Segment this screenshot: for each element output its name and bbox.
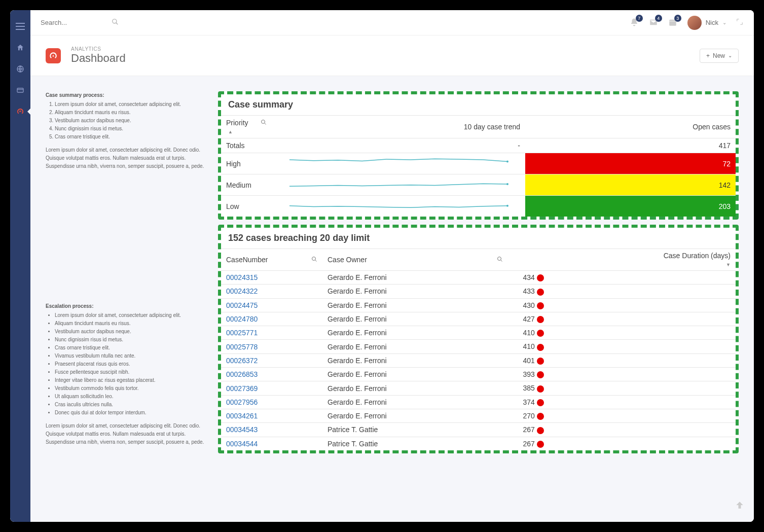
card-icon xyxy=(16,86,24,94)
list-item: Vivamus vestibulum ntulla nec ante. xyxy=(55,352,208,360)
list-item: Integer vitae libero ac risus egestas pl… xyxy=(55,376,208,384)
col-open[interactable]: Open cases xyxy=(525,116,736,138)
breaching-title: 152 cases breaching 20 day limit xyxy=(221,228,736,249)
sparkline xyxy=(277,178,520,191)
case-summary-process: Case summary process: Lorem ipsum dolor … xyxy=(46,91,208,170)
svg-point-9 xyxy=(497,257,501,261)
owner-cell: Patrice T. Gattie xyxy=(322,423,518,437)
case-link[interactable]: 00025778 xyxy=(226,343,258,351)
chevron-down-icon: ⌄ xyxy=(728,53,732,58)
search-icon[interactable] xyxy=(261,119,267,127)
topbar: 7 4 3 Nick ⌄ xyxy=(30,10,754,36)
duration-cell: 427 xyxy=(518,312,736,326)
breaching-widget: 152 cases breaching 20 day limit CaseNum… xyxy=(218,225,739,453)
totals-label: Totals xyxy=(221,138,272,153)
search-icon[interactable] xyxy=(497,256,503,264)
duration-cell: 401 xyxy=(518,353,736,367)
col-priority[interactable]: Priority ▲ xyxy=(221,116,272,138)
search-input[interactable] xyxy=(41,19,81,26)
case-link[interactable]: 00024780 xyxy=(226,315,258,323)
case-link[interactable]: 00034261 xyxy=(226,412,258,420)
bell-badge: 7 xyxy=(636,15,643,22)
case-number-cell: 00026372 xyxy=(221,353,322,367)
list-item: Cras ornare tristique elit. xyxy=(55,344,208,352)
chevron-down-icon: ⌄ xyxy=(722,20,726,25)
case-link[interactable]: 00027369 xyxy=(226,384,258,393)
scroll-top-button[interactable] xyxy=(735,500,745,513)
duration-cell: 433 xyxy=(518,285,736,298)
duration-cell: 385 xyxy=(518,381,736,395)
case-link[interactable]: 00024315 xyxy=(226,273,258,281)
menu-toggle[interactable] xyxy=(14,20,26,32)
list-item: Nunc dignissim risus id metus. xyxy=(55,336,208,344)
notification-calendar[interactable]: 3 xyxy=(668,18,678,28)
col-owner[interactable]: Case Owner xyxy=(322,249,518,271)
user-name: Nick xyxy=(706,19,718,26)
status-dot xyxy=(537,385,544,393)
sidebar-item-globe[interactable] xyxy=(14,63,26,75)
owner-cell: Gerardo E. Ferroni xyxy=(322,298,518,312)
sidebar-item-dashboard[interactable] xyxy=(14,105,26,118)
plus-icon: + xyxy=(706,52,710,59)
sort-desc-icon: ▼ xyxy=(726,262,731,267)
search-icon[interactable] xyxy=(311,256,317,264)
list-item: Ut aliquam sollicitudin leo. xyxy=(55,393,208,401)
case-number-cell: 00025778 xyxy=(221,340,322,353)
owner-cell: Gerardo E. Ferroni xyxy=(322,353,518,367)
list-item: Aliquam tincidunt mauris eu risus. xyxy=(55,320,208,328)
status-dot xyxy=(537,289,544,296)
case-link[interactable]: 00025771 xyxy=(226,329,258,337)
case-link[interactable]: 00026853 xyxy=(226,370,258,378)
user-menu[interactable]: Nick ⌄ xyxy=(687,16,726,30)
gauge-icon xyxy=(16,108,24,116)
notification-bell[interactable]: 7 xyxy=(630,18,640,28)
priority-cell: Medium xyxy=(221,174,272,196)
sidebar-item-home[interactable] xyxy=(14,42,26,54)
case-number-cell: 00026853 xyxy=(221,368,322,381)
case-link[interactable]: 00024322 xyxy=(226,287,258,295)
sparkline xyxy=(277,199,520,212)
case-link[interactable]: 00024475 xyxy=(226,301,258,309)
owner-cell: Patrice T. Gattie xyxy=(322,437,518,450)
case-link[interactable]: 00034544 xyxy=(226,440,258,448)
globe-icon xyxy=(16,65,24,73)
trend-cell xyxy=(272,153,525,174)
process-para: Lorem ipsum dolor sit amet, consectetuer… xyxy=(46,146,208,170)
case-summary-widget: Case summary Priority ▲ 10 day case tr xyxy=(218,91,739,220)
mail-badge: 4 xyxy=(655,15,662,22)
table-row: 00026372Gerardo E. Ferroni401 xyxy=(221,353,736,367)
gauge-icon xyxy=(49,51,58,60)
table-row: Low203 xyxy=(221,196,736,217)
owner-cell: Gerardo E. Ferroni xyxy=(322,368,518,381)
case-number-cell: 00034261 xyxy=(221,409,322,422)
duration-cell: 374 xyxy=(518,395,736,409)
notification-mail[interactable]: 4 xyxy=(649,18,659,28)
table-row: 00024322Gerardo E. Ferroni433 xyxy=(221,285,736,298)
owner-cell: Gerardo E. Ferroni xyxy=(322,326,518,340)
col-trend[interactable]: 10 day case trend xyxy=(272,116,525,138)
case-link[interactable]: 00027956 xyxy=(226,398,258,406)
search-icon[interactable] xyxy=(112,18,119,27)
duration-cell: 393 xyxy=(518,368,736,381)
expand-icon[interactable] xyxy=(736,18,744,28)
list-item: Vestibulum auctor dapibus neque. xyxy=(55,328,208,336)
duration-cell: 430 xyxy=(518,298,736,312)
escalation-title: Escalation process: xyxy=(46,302,208,310)
sparkline xyxy=(277,156,520,169)
case-link[interactable]: 00026372 xyxy=(226,357,258,365)
svg-point-4 xyxy=(262,120,265,124)
owner-cell: Gerardo E. Ferroni xyxy=(322,312,518,326)
owner-cell: Gerardo E. Ferroni xyxy=(322,395,518,409)
sidebar-item-credit[interactable] xyxy=(14,84,26,96)
new-button[interactable]: + New ⌄ xyxy=(700,49,739,63)
case-number-cell: 00027956 xyxy=(221,395,322,409)
list-item: Vestibulum commodo felis quis tortor. xyxy=(55,384,208,393)
table-row: 00027369Gerardo E. Ferroni385 xyxy=(221,381,736,395)
status-dot xyxy=(537,358,544,365)
table-row: 00024475Gerardo E. Ferroni430 xyxy=(221,298,736,312)
col-duration[interactable]: Case Duration (days) ▼ xyxy=(518,249,736,271)
col-casenumber[interactable]: CaseNumber xyxy=(221,249,322,271)
case-link[interactable]: 00034543 xyxy=(226,425,258,434)
table-row: 00026853Gerardo E. Ferroni393 xyxy=(221,368,736,381)
case-number-cell: 00027369 xyxy=(221,381,322,395)
